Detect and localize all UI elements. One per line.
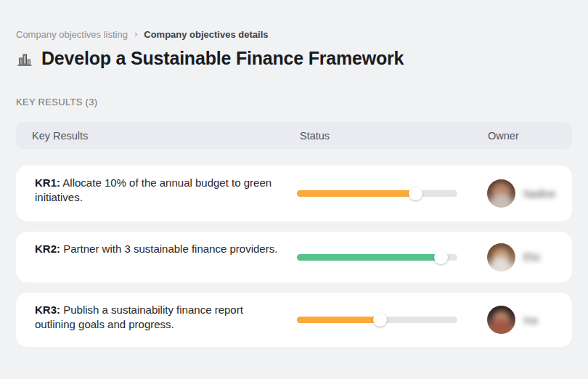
kr2-progress-handle[interactable] — [434, 250, 448, 264]
kr3-label: KR3: — [35, 303, 60, 316]
kr3-status-cell — [297, 293, 458, 347]
owner-name: Ina — [523, 314, 537, 326]
kr1-description: KR1: Allocate 10% of the annual budget t… — [35, 176, 280, 205]
kr1-progress-fill — [297, 190, 416, 197]
kr3-progress-handle[interactable] — [373, 313, 387, 327]
key-results-count-label: KEY RESULTS (3) — [16, 97, 97, 107]
column-header-status: Status — [300, 122, 330, 149]
kr1-label: KR1: — [35, 176, 60, 189]
chevron-right-icon: › — [134, 28, 137, 39]
kr1-text: Allocate 10% of the annual budget to gre… — [35, 176, 271, 203]
breadcrumb-link-objectives-listing[interactable]: Company objectives listing — [16, 29, 128, 40]
kr2-status-cell — [297, 232, 458, 282]
avatar — [487, 306, 515, 334]
column-header-key-results: Key Results — [32, 122, 88, 149]
kr3-progress-fill — [297, 317, 380, 323]
kr2-label: KR2: — [35, 243, 60, 255]
table-row-kr3[interactable]: KR3: Publish a sustainability finance re… — [16, 293, 572, 347]
owner-name: Elsi — [523, 251, 540, 263]
building-icon — [16, 50, 33, 68]
breadcrumb: Company objectives listing › Company obj… — [16, 29, 268, 40]
kr1-progress-handle[interactable] — [409, 187, 422, 200]
table-row-kr2[interactable]: KR2: Partner with 3 sustainable finance … — [16, 232, 572, 282]
avatar — [487, 179, 515, 208]
kr2-progress-slider[interactable] — [297, 254, 457, 261]
kr1-status-cell — [297, 166, 458, 221]
table-header-row: Key Results Status Owner — [16, 122, 572, 149]
kr2-description: KR2: Partner with 3 sustainable finance … — [35, 242, 280, 256]
column-header-owner: Owner — [488, 122, 519, 149]
kr1-progress-slider[interactable] — [297, 190, 457, 197]
kr3-text: Publish a sustainability finance report … — [35, 303, 243, 330]
kr3-owner-cell: Ina — [487, 293, 537, 347]
avatar — [487, 243, 515, 272]
table-row-kr1[interactable]: KR1: Allocate 10% of the annual budget t… — [16, 166, 572, 221]
owner-name: Nadine — [523, 188, 555, 200]
kr2-text: Partner with 3 sustainable finance provi… — [63, 243, 277, 255]
kr2-progress-fill — [297, 254, 441, 261]
page-title-row: Develop a Sustainable Finance Framework — [16, 48, 404, 69]
kr3-progress-slider[interactable] — [297, 317, 457, 323]
kr1-owner-cell: Nadine — [487, 166, 555, 221]
breadcrumb-current-page: Company objectives details — [144, 29, 268, 40]
kr3-description: KR3: Publish a sustainability finance re… — [35, 303, 280, 332]
kr2-owner-cell: Elsi — [487, 232, 540, 282]
page-title: Develop a Sustainable Finance Framework — [41, 48, 404, 69]
